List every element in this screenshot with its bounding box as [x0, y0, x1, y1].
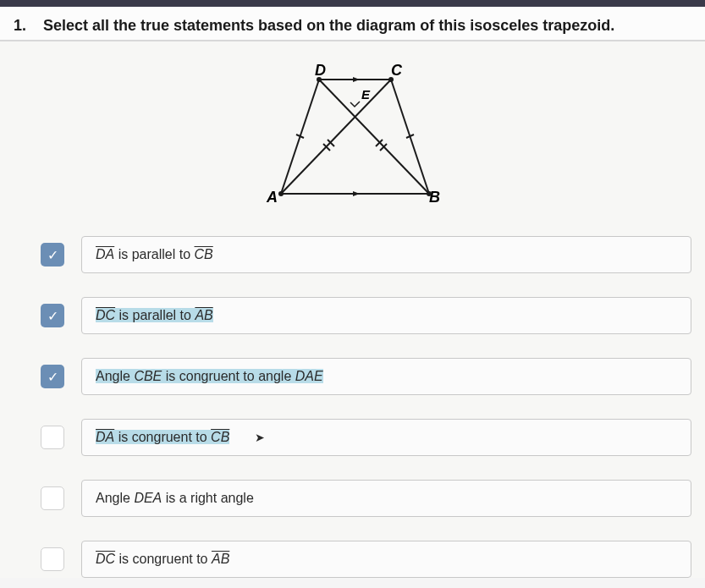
option-checkbox[interactable]: ✓: [41, 304, 64, 327]
label-b: B: [429, 189, 440, 206]
arrow-dc: [353, 77, 360, 82]
checkmark-icon: ✓: [47, 247, 58, 263]
label-e: E: [361, 87, 371, 102]
diagram-container: D C A B E: [0, 41, 705, 236]
content-area: 1. Select all the true statements based …: [0, 7, 705, 578]
question-number: 1.: [14, 17, 26, 35]
option-row: ✓Angle CBE is congruent to angle DAE: [41, 358, 691, 395]
option-checkbox[interactable]: ✓: [41, 365, 64, 388]
option-row: Angle DEA is a right angle: [41, 480, 691, 517]
question-header: 1. Select all the true statements based …: [0, 17, 705, 41]
option-text: Angle DEA is a right angle: [96, 491, 254, 505]
vertex-b: [427, 191, 432, 196]
checkmark-icon: ✓: [47, 369, 58, 385]
trapezoid-diagram: D C A B E: [251, 58, 454, 211]
option-row: ✓DC is parallel to AB: [41, 297, 691, 334]
label-a: A: [266, 189, 278, 206]
option-text: Angle CBE is congruent to angle DAE: [96, 369, 323, 383]
option-box[interactable]: DA is congruent to CB➤: [81, 419, 691, 456]
option-text: DC is parallel to AB: [96, 308, 213, 322]
cursor-icon: ➤: [255, 431, 265, 444]
option-box[interactable]: Angle CBE is congruent to angle DAE: [81, 358, 691, 395]
option-box[interactable]: DC is parallel to AB: [81, 297, 691, 334]
option-checkbox[interactable]: [41, 486, 64, 510]
option-checkbox[interactable]: [41, 547, 64, 571]
option-row: DA is congruent to CB➤: [41, 419, 691, 456]
checkmark-icon: ✓: [47, 308, 58, 324]
top-bar: [0, 0, 705, 7]
label-d: D: [315, 62, 326, 79]
option-box[interactable]: Angle DEA is a right angle: [81, 480, 691, 517]
option-text: DC is congruent to AB: [96, 552, 229, 566]
option-checkbox[interactable]: [41, 426, 64, 449]
options-area: ✓DA is parallel to CB✓DC is parallel to …: [0, 236, 705, 578]
label-c: C: [391, 62, 403, 79]
option-checkbox[interactable]: ✓: [41, 243, 64, 267]
option-box[interactable]: DC is congruent to AB: [81, 541, 691, 578]
option-row: ✓DA is parallel to CB: [41, 236, 691, 273]
vertex-c: [388, 77, 394, 82]
vertex-a: [278, 191, 284, 196]
vertex-d: [317, 77, 322, 82]
option-text: DA is parallel to CB: [96, 247, 213, 261]
option-row: DC is congruent to AB: [41, 541, 691, 578]
arrow-ab: [353, 191, 360, 196]
option-text: DA is congruent to CB: [96, 430, 229, 444]
question-text: Select all the true statements based on …: [43, 17, 614, 35]
option-box[interactable]: DA is parallel to CB: [81, 236, 691, 273]
right-angle-mark: [350, 102, 360, 107]
